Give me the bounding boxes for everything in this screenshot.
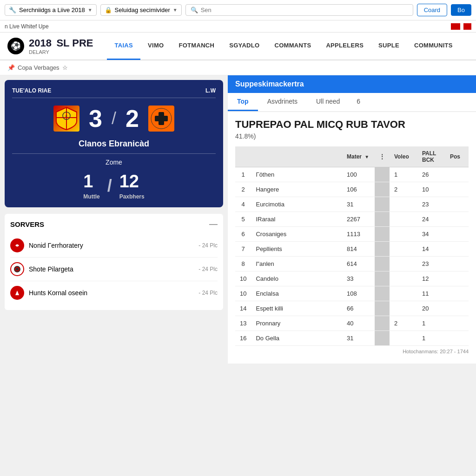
dropdown-matches[interactable]: 🔧 Serchniidgs a Liive 2018 ▼ bbox=[5, 4, 97, 16]
sorvers-section: SORVERS — Nonid Γerrhoratery - 24 Plc bbox=[5, 214, 223, 310]
cell-pos bbox=[445, 301, 469, 316]
live-label: n Live Whitef Upe bbox=[5, 23, 49, 30]
cell-num: 13 bbox=[235, 316, 251, 331]
tab-ull-need[interactable]: Ull need bbox=[307, 93, 349, 111]
cell-voleo bbox=[390, 212, 417, 227]
tab-top[interactable]: Top bbox=[228, 93, 258, 111]
th-voleo: Voleo bbox=[390, 146, 417, 167]
cell-divider bbox=[375, 271, 390, 286]
cell-voleo bbox=[390, 242, 417, 257]
cell-num: 4 bbox=[235, 197, 251, 212]
cell-mater: 108 bbox=[342, 286, 375, 301]
sorvers-title: SORVERS bbox=[10, 220, 44, 228]
nav-tab-suple[interactable]: SUPLE bbox=[371, 32, 407, 60]
th-name bbox=[251, 146, 342, 167]
table-row: 2 Hangere 106 2 10 bbox=[235, 182, 469, 197]
th-mater[interactable]: Mater ▼ bbox=[342, 146, 375, 167]
cell-num: 14 bbox=[235, 301, 251, 316]
team-mini-badge-3 bbox=[13, 289, 21, 297]
away-team-badge bbox=[148, 106, 174, 132]
cell-voleo bbox=[390, 257, 417, 271]
cell-mater: 1113 bbox=[342, 227, 375, 242]
table-header-row: Mater ▼ ⋮ Voleo PALL BCK Pos bbox=[235, 146, 469, 167]
home-team-badge: ⚜ bbox=[53, 106, 79, 132]
search-box[interactable]: 🔍 bbox=[185, 4, 413, 16]
right-panel: Suppeskimackertra Top Asvdrinets Ull nee… bbox=[228, 75, 476, 475]
cell-mater: 66 bbox=[342, 301, 375, 316]
table-row: 6 Crosaniges 1113 34 bbox=[235, 227, 469, 242]
cell-num: 1 bbox=[235, 167, 251, 182]
star-icon[interactable]: ☆ bbox=[62, 64, 68, 71]
cell-pos bbox=[445, 316, 469, 331]
coard-button[interactable]: Coard bbox=[417, 4, 447, 16]
table-row: 5 IRaraal 2267 24 bbox=[235, 212, 469, 227]
match-header: TUE'ALO RIAE L.W bbox=[12, 87, 216, 98]
th-pos: Pos bbox=[445, 146, 469, 167]
scorer-badge-1 bbox=[10, 238, 24, 252]
cell-divider bbox=[375, 316, 390, 331]
dropdown-matches-label: Serchniidgs a Liive 2018 bbox=[19, 7, 85, 13]
cell-mater: 106 bbox=[342, 182, 375, 197]
nav-tab-vimo[interactable]: VIMO bbox=[140, 32, 171, 60]
cell-num: 10 bbox=[235, 271, 251, 286]
breadcrumb: 📌 Copa Verbages ☆ bbox=[0, 60, 476, 75]
half-divider: / bbox=[107, 176, 112, 196]
cell-pall: 34 bbox=[417, 227, 445, 242]
scorer-time-3: - 24 Plc bbox=[198, 290, 218, 296]
half-scores: 1 Muttle / 12 Paxbhers bbox=[12, 172, 216, 200]
cell-divider bbox=[375, 257, 390, 271]
dropdown-session[interactable]: 🔒 Seluidag secimivider ▼ bbox=[100, 4, 182, 16]
nav-tab-taias[interactable]: TAIAS bbox=[107, 32, 140, 60]
search-input[interactable] bbox=[201, 7, 408, 13]
nav-tab-fotmanch[interactable]: FOTMANCH bbox=[171, 32, 222, 60]
cell-voleo bbox=[390, 286, 417, 301]
cell-pos bbox=[445, 331, 469, 346]
half-home-label: Muttle bbox=[83, 193, 99, 200]
cell-voleo: 2 bbox=[390, 182, 417, 197]
cell-pall: 1 bbox=[417, 316, 445, 331]
cell-divider bbox=[375, 167, 390, 182]
th-pall: PALL BCK bbox=[417, 146, 445, 167]
cell-name: Enclalsa bbox=[251, 286, 342, 301]
nav-tab-applelers[interactable]: APPLELERS bbox=[318, 32, 371, 60]
stats-tabs: Top Asvdrinets Ull need 6 bbox=[228, 93, 476, 112]
nav-tab-communits[interactable]: COMMUNITS bbox=[407, 32, 460, 60]
stats-title: TUPREPAO PAL MICQ RUB TAVOR bbox=[235, 119, 469, 131]
score-home: 3 bbox=[89, 105, 102, 132]
logo-ball: ⚽ bbox=[7, 38, 24, 54]
cell-mater: 2267 bbox=[342, 212, 375, 227]
cell-divider bbox=[375, 182, 390, 197]
dropdown-session-label: Seluidag secimivider bbox=[115, 7, 170, 13]
table-row: 1 Γöthen 100 1 26 bbox=[235, 167, 469, 182]
cell-num: 16 bbox=[235, 331, 251, 346]
cell-pos bbox=[445, 212, 469, 227]
breadcrumb-label[interactable]: Copa Verbages bbox=[18, 64, 60, 71]
cell-divider bbox=[375, 301, 390, 316]
cell-divider bbox=[375, 242, 390, 257]
tab-number[interactable]: 6 bbox=[349, 93, 368, 111]
stats-table: Mater ▼ ⋮ Voleo PALL BCK Pos 1 Γöthen 10… bbox=[235, 146, 469, 346]
cell-voleo bbox=[390, 301, 417, 316]
cell-pos bbox=[445, 242, 469, 257]
cell-name: Pronnary bbox=[251, 316, 342, 331]
cell-voleo: 2 bbox=[390, 316, 417, 331]
half-away-label: Paxbhers bbox=[119, 193, 145, 200]
search-icon: 🔍 bbox=[191, 7, 198, 13]
flag-icon-1 bbox=[451, 23, 460, 30]
tab-asvdrinets[interactable]: Asvdrinets bbox=[258, 93, 307, 111]
wrench-icon: 🔧 bbox=[9, 7, 16, 13]
chevron-down-icon: ▼ bbox=[88, 7, 93, 13]
stats-percent: 41.8%) bbox=[235, 132, 469, 140]
logo-sub: DELARY bbox=[29, 49, 93, 55]
nav-tab-sgyadlo[interactable]: SGYADLO bbox=[222, 32, 267, 60]
cell-pall: 23 bbox=[417, 197, 445, 212]
cell-name: Candelo bbox=[251, 271, 342, 286]
scorer-name-2: Shote Pilargeta bbox=[29, 265, 194, 273]
bo-button[interactable]: Bo bbox=[451, 4, 471, 16]
cell-pall: 12 bbox=[417, 271, 445, 286]
scorer-time-2: - 24 Plc bbox=[198, 266, 218, 272]
nav-tab-commants[interactable]: COMMANTS bbox=[267, 32, 318, 60]
logo-brand: SL PRE bbox=[56, 37, 93, 49]
flag-icons bbox=[451, 23, 471, 30]
team-mini-badge-1 bbox=[13, 241, 21, 250]
